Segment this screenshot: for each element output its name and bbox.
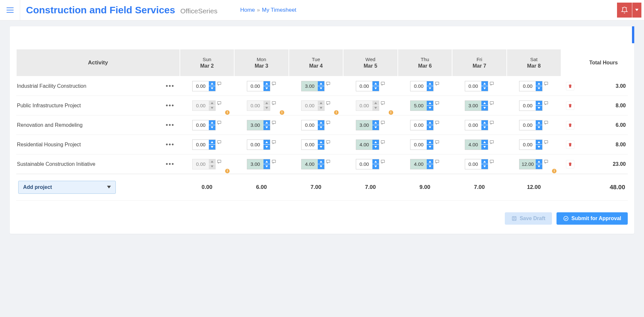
hour-input[interactable]: 0.00 — [410, 139, 434, 150]
spin-up-button[interactable] — [372, 120, 379, 125]
warning-icon[interactable]: i — [225, 169, 230, 173]
comment-icon[interactable] — [326, 159, 330, 165]
row-more-button[interactable]: ••• — [163, 160, 177, 168]
spin-up-button[interactable] — [427, 159, 433, 164]
spin-down-button[interactable] — [536, 125, 542, 130]
add-project-dropdown[interactable]: Add project — [18, 181, 116, 194]
comment-icon[interactable] — [435, 140, 439, 145]
notifications-button[interactable] — [617, 3, 632, 18]
spin-down-button[interactable] — [481, 125, 488, 130]
delete-row-button[interactable] — [566, 101, 574, 110]
warning-icon[interactable]: i — [225, 110, 230, 115]
row-more-button[interactable]: ••• — [163, 82, 177, 90]
hour-input[interactable]: 4.00 — [410, 159, 434, 169]
hour-input[interactable]: 0.00 — [410, 81, 434, 91]
hour-input[interactable]: 3.00 — [301, 81, 325, 91]
comment-icon[interactable] — [272, 101, 276, 106]
hour-input[interactable]: 4.00 — [356, 139, 379, 150]
spin-down-button[interactable] — [536, 86, 542, 91]
comment-icon[interactable] — [490, 159, 494, 165]
row-more-button[interactable]: ••• — [163, 102, 177, 109]
comment-icon[interactable] — [272, 81, 276, 87]
spin-up-button[interactable] — [536, 140, 542, 145]
comment-icon[interactable] — [381, 159, 385, 165]
hour-input[interactable]: 3.00 — [247, 159, 270, 169]
spin-up-button[interactable] — [481, 140, 488, 145]
hour-input[interactable]: 0.00 — [247, 81, 270, 91]
spin-down-button[interactable] — [372, 164, 379, 169]
hour-input[interactable]: 0.00 — [519, 120, 543, 130]
spin-up-button[interactable] — [263, 140, 270, 145]
notifications-dropdown-button[interactable] — [632, 3, 641, 18]
spin-down-button[interactable] — [536, 106, 542, 111]
spin-up-button[interactable] — [318, 159, 324, 164]
hour-input[interactable]: 0.00 — [192, 120, 216, 130]
spin-down-button[interactable] — [427, 106, 433, 111]
spin-down-button[interactable] — [481, 86, 488, 91]
comment-icon[interactable] — [544, 159, 548, 165]
comment-icon[interactable] — [381, 140, 385, 145]
hour-input[interactable]: 0.00 — [356, 81, 379, 91]
comment-icon[interactable] — [435, 81, 439, 87]
spin-up-button[interactable] — [536, 120, 542, 125]
spin-down-button[interactable] — [536, 145, 542, 150]
breadcrumb-home-link[interactable]: Home — [240, 7, 255, 13]
spin-down-button[interactable] — [427, 125, 433, 130]
comment-icon[interactable] — [326, 81, 330, 87]
spin-down-button[interactable] — [427, 86, 433, 91]
hour-input[interactable]: 3.00 — [247, 120, 270, 130]
hour-input[interactable]: 0.00 — [519, 139, 543, 150]
spin-up-button[interactable] — [481, 120, 488, 125]
spin-down-button[interactable] — [318, 125, 324, 130]
spin-down-button[interactable] — [481, 164, 488, 169]
spin-down-button[interactable] — [263, 145, 270, 150]
spin-up-button[interactable] — [209, 120, 215, 125]
hour-input[interactable]: 4.00 — [301, 159, 325, 169]
spin-down-button[interactable] — [263, 164, 270, 169]
spin-up-button[interactable] — [427, 81, 433, 86]
comment-icon[interactable] — [217, 120, 221, 126]
spin-down-button[interactable] — [481, 145, 488, 150]
row-more-button[interactable]: ••• — [163, 141, 177, 148]
spin-up-button[interactable] — [372, 81, 379, 86]
spin-up-button[interactable] — [481, 159, 488, 164]
spin-down-button[interactable] — [209, 125, 215, 130]
comment-icon[interactable] — [326, 101, 330, 106]
hour-input[interactable]: 12.00 — [519, 159, 543, 169]
spin-up-button[interactable] — [209, 140, 215, 145]
spin-up-button[interactable] — [372, 140, 379, 145]
comment-icon[interactable] — [272, 159, 276, 165]
warning-icon[interactable]: i — [389, 110, 393, 115]
spin-up-button[interactable] — [318, 81, 324, 86]
hour-input[interactable]: 0.00 — [519, 100, 543, 111]
spin-up-button[interactable] — [481, 101, 488, 106]
comment-icon[interactable] — [217, 140, 221, 145]
comment-icon[interactable] — [490, 81, 494, 87]
delete-row-button[interactable] — [566, 160, 574, 168]
delete-row-button[interactable] — [566, 121, 574, 129]
hour-input[interactable]: 3.00 — [356, 120, 379, 130]
spin-up-button[interactable] — [536, 101, 542, 106]
hour-input[interactable]: 0.00 — [192, 139, 216, 150]
comment-icon[interactable] — [490, 101, 494, 106]
comment-icon[interactable] — [544, 140, 548, 145]
hour-input[interactable]: 0.00 — [301, 120, 325, 130]
spin-down-button[interactable] — [372, 145, 379, 150]
hour-input[interactable]: 0.00 — [192, 81, 216, 91]
comment-icon[interactable] — [326, 140, 330, 145]
spin-down-button[interactable] — [427, 164, 433, 169]
hour-input[interactable]: 4.00 — [465, 139, 488, 150]
hour-input[interactable]: 0.00 — [465, 81, 488, 91]
spin-up-button[interactable] — [427, 140, 433, 145]
spin-down-button[interactable] — [372, 86, 379, 91]
hour-input[interactable]: 0.00 — [356, 159, 379, 169]
comment-icon[interactable] — [326, 120, 330, 126]
comment-icon[interactable] — [381, 81, 385, 87]
spin-up-button[interactable] — [536, 159, 542, 164]
warning-icon[interactable]: i — [280, 110, 284, 115]
comment-icon[interactable] — [435, 101, 439, 106]
comment-icon[interactable] — [272, 120, 276, 126]
spin-down-button[interactable] — [209, 145, 215, 150]
comment-icon[interactable] — [435, 120, 439, 126]
spin-up-button[interactable] — [318, 140, 324, 145]
